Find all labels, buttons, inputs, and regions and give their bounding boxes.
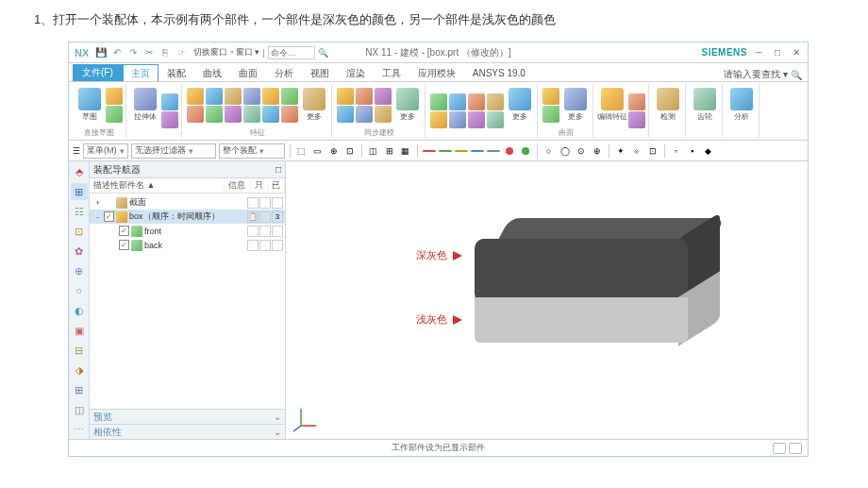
- tree-row[interactable]: ✓back: [90, 238, 285, 252]
- redo-icon[interactable]: ↷: [126, 46, 140, 59]
- ribbon-icon[interactable]: [628, 111, 645, 128]
- ribbon-icon[interactable]: [206, 88, 223, 105]
- toolbar-icon[interactable]: [487, 144, 500, 158]
- ribbon-icon[interactable]: [468, 93, 485, 110]
- more-button[interactable]: 更多: [393, 84, 422, 126]
- analyze-button[interactable]: 分析: [727, 84, 756, 126]
- ribbon-icon[interactable]: [187, 88, 204, 105]
- tab-ansys[interactable]: ANSYS 19.0: [464, 64, 534, 81]
- gear-button[interactable]: 齿轮: [691, 84, 719, 126]
- tab-curve[interactable]: 曲线: [194, 64, 230, 81]
- ribbon-icon[interactable]: [375, 88, 392, 105]
- nav-icon[interactable]: ⊟: [71, 342, 88, 359]
- checkbox-icon[interactable]: ✓: [104, 211, 114, 222]
- tab-tools[interactable]: 工具: [374, 64, 409, 81]
- toolbar-icon[interactable]: ▦: [399, 144, 412, 158]
- ribbon-icon[interactable]: [449, 111, 466, 128]
- more-button[interactable]: 更多: [561, 84, 590, 126]
- ribbon-icon[interactable]: [430, 111, 447, 128]
- tab-analyze[interactable]: 分析: [266, 64, 302, 81]
- menu-dropdown[interactable]: 菜单(M): [83, 143, 128, 159]
- toolbar-icon[interactable]: ▪: [686, 144, 699, 158]
- ribbon-icon[interactable]: [225, 88, 242, 105]
- ribbon-icon[interactable]: [161, 93, 178, 110]
- checkbox-icon[interactable]: ✓: [119, 240, 129, 250]
- nav-icon[interactable]: ⊕: [71, 262, 88, 279]
- toolbar-icon[interactable]: ◆: [702, 144, 715, 158]
- nav-icon[interactable]: ⊞: [71, 381, 88, 398]
- toolbar-icon[interactable]: [455, 144, 468, 158]
- nav-icon[interactable]: ☷: [71, 203, 88, 220]
- tab-render[interactable]: 渲染: [338, 64, 374, 81]
- ribbon-icon[interactable]: [106, 88, 123, 105]
- ribbon-icon[interactable]: [356, 88, 373, 105]
- viewport[interactable]: 深灰色 浅灰色: [286, 161, 808, 439]
- toolbar-icon[interactable]: ◯: [559, 144, 572, 158]
- toolbar-icon[interactable]: [503, 144, 516, 158]
- toolbar-icon[interactable]: ✦: [614, 144, 627, 158]
- tree-row[interactable]: +截面: [90, 195, 285, 210]
- col-ex[interactable]: 已: [268, 179, 285, 192]
- tree-row[interactable]: -✓box（顺序：时间顺序）📋3: [90, 210, 285, 224]
- help-search[interactable]: 请输入要查找 ▾🔍: [724, 68, 808, 81]
- ribbon-icon[interactable]: [187, 106, 204, 123]
- ribbon-icon[interactable]: [468, 111, 485, 128]
- ribbon-icon[interactable]: [449, 93, 466, 110]
- copy-icon[interactable]: ⎘: [159, 46, 172, 59]
- toolbar-icon[interactable]: ⬚: [295, 144, 309, 158]
- save-icon[interactable]: 💾: [94, 46, 108, 59]
- toolbar-icon[interactable]: ◫: [367, 144, 380, 158]
- more-button[interactable]: 更多: [506, 84, 534, 126]
- ribbon-icon[interactable]: [337, 106, 354, 123]
- status-icon[interactable]: [773, 443, 786, 454]
- checkbox-icon[interactable]: ✓: [119, 226, 129, 236]
- ribbon-icon[interactable]: [487, 93, 504, 110]
- cut-icon[interactable]: ✂: [142, 46, 156, 59]
- toolbar-icon[interactable]: ○: [542, 144, 556, 158]
- nav-icon[interactable]: ◫: [71, 401, 88, 418]
- ribbon-icon[interactable]: [628, 93, 645, 110]
- nav-icon[interactable]: ⊞: [71, 183, 88, 200]
- toolbar-icon[interactable]: ⊞: [383, 144, 396, 158]
- search-icon[interactable]: 🔍: [318, 48, 328, 58]
- filter-dropdown[interactable]: 无选择过滤器: [131, 143, 216, 159]
- nav-icon[interactable]: ○: [71, 282, 88, 299]
- tab-home[interactable]: 主页: [123, 64, 159, 81]
- ribbon-icon[interactable]: [281, 106, 298, 123]
- toolbar-icon[interactable]: ☰: [73, 146, 80, 156]
- ribbon-icon[interactable]: [337, 88, 354, 105]
- tab-surface[interactable]: 曲面: [230, 64, 266, 81]
- ribbon-icon[interactable]: [487, 111, 504, 128]
- scope-dropdown[interactable]: 整个装配: [219, 143, 285, 159]
- close-icon[interactable]: ✕: [789, 46, 804, 59]
- sketch-button[interactable]: 草图: [75, 84, 104, 126]
- dependency-panel[interactable]: 相依性⌄: [90, 424, 285, 439]
- nav-icon[interactable]: ⊡: [71, 223, 88, 240]
- toolbar-icon[interactable]: ▫: [670, 144, 683, 158]
- nav-icon[interactable]: ⬗: [71, 362, 88, 379]
- ribbon-icon[interactable]: [281, 88, 298, 105]
- command-search[interactable]: [268, 46, 315, 59]
- maximize-icon[interactable]: □: [770, 46, 785, 59]
- ribbon-icon[interactable]: [356, 106, 373, 123]
- tab-view[interactable]: 视图: [302, 64, 338, 81]
- switch-window-label[interactable]: 切换窗口: [193, 46, 227, 59]
- toolbar-icon[interactable]: [471, 144, 484, 158]
- tree-row[interactable]: ✓front: [90, 224, 285, 238]
- nav-icon[interactable]: ◐: [71, 302, 88, 319]
- more-button[interactable]: 更多: [300, 84, 328, 126]
- ribbon-icon[interactable]: [225, 106, 242, 123]
- col-name[interactable]: 描述性部件名 ▲: [90, 179, 225, 192]
- col-info[interactable]: 信息: [225, 179, 251, 192]
- status-icon[interactable]: [789, 443, 802, 454]
- nav-icon[interactable]: ▣: [71, 322, 88, 339]
- toolbar-icon[interactable]: ⟐: [630, 144, 643, 158]
- detect-button[interactable]: 检测: [654, 84, 682, 126]
- tab-assembly[interactable]: 装配: [159, 64, 194, 81]
- nav-icon[interactable]: ⋯: [71, 421, 88, 438]
- toolbar-icon[interactable]: ⊡: [646, 144, 659, 158]
- edit-feature-button[interactable]: 编辑特征: [598, 84, 626, 126]
- ribbon-icon[interactable]: [542, 88, 559, 105]
- ribbon-icon[interactable]: [375, 106, 392, 123]
- ribbon-icon[interactable]: [262, 106, 279, 123]
